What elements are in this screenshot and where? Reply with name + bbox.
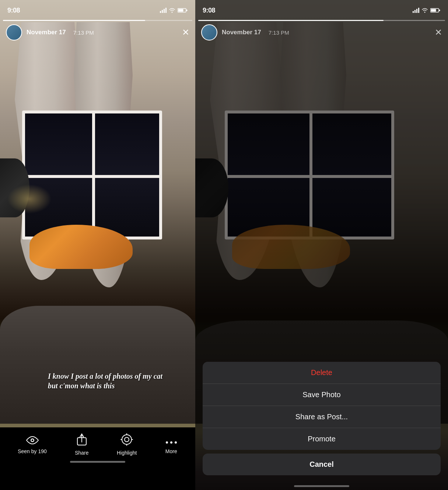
svg-point-13: [125, 437, 129, 442]
right-panel: 9:08 November 17 7:13 PM ✕: [195, 0, 448, 490]
cancel-button[interactable]: Cancel: [203, 454, 441, 475]
avatar-right[interactable]: [201, 24, 217, 41]
story-date-right: November 17: [222, 29, 261, 36]
svg-point-12: [122, 435, 132, 444]
story-date-left: November 17: [27, 29, 66, 36]
battery-icon-right: [430, 8, 441, 13]
svg-rect-1: [162, 10, 163, 13]
signal-icon-left: [160, 8, 167, 13]
action-sheet: Delete Save Photo Share as Post... Promo…: [203, 362, 441, 475]
signal-icon-right: [413, 8, 419, 13]
home-indicator-right: [294, 485, 349, 487]
share-icon: [77, 433, 87, 448]
svg-rect-23: [431, 9, 436, 12]
status-icons-left: [160, 8, 188, 13]
highlight-label: Highlight: [117, 450, 137, 456]
promote-button[interactable]: Promote: [203, 428, 441, 450]
status-bar-right: 9:08: [195, 0, 448, 21]
status-icons-right: [413, 8, 441, 13]
svg-rect-6: [178, 9, 183, 12]
lamp-glow-left: [7, 184, 52, 214]
svg-rect-20: [418, 8, 419, 13]
battery-icon-left: [178, 8, 188, 13]
seen-by-label: Seen by 190: [18, 448, 47, 454]
more-item[interactable]: More: [165, 435, 178, 454]
bed-left: [0, 306, 195, 424]
svg-rect-0: [160, 11, 161, 13]
time-right: 9:08: [203, 7, 215, 14]
story-caption: I know I post a lot of photos of my cat …: [48, 371, 173, 391]
delete-button[interactable]: Delete: [203, 362, 441, 384]
svg-point-14: [166, 441, 168, 444]
share-label: Share: [75, 450, 88, 456]
action-sheet-main: Delete Save Photo Share as Post... Promo…: [203, 362, 441, 450]
svg-rect-19: [416, 9, 417, 13]
close-button-left[interactable]: ✕: [182, 27, 189, 38]
story-time-left: 7:13 PM: [73, 29, 94, 36]
seen-by-icon: [26, 435, 39, 446]
highlight-icon: [120, 433, 133, 448]
story-header-left: November 17 7:13 PM ✕: [0, 21, 195, 44]
highlight-item[interactable]: Highlight: [117, 433, 137, 456]
more-icon: [165, 435, 178, 446]
svg-rect-3: [165, 8, 167, 13]
svg-point-15: [170, 441, 172, 444]
avatar-left[interactable]: [6, 24, 22, 41]
window-frame-left: [22, 111, 162, 239]
wifi-icon-right: [421, 8, 428, 13]
home-indicator-left: [70, 461, 125, 463]
svg-rect-24: [439, 10, 440, 11]
svg-point-4: [172, 12, 173, 13]
svg-rect-18: [414, 10, 416, 13]
svg-rect-2: [164, 9, 165, 13]
svg-rect-17: [413, 11, 414, 13]
share-item[interactable]: Share: [75, 433, 88, 456]
story-time-right: 7:13 PM: [269, 29, 289, 36]
time-left: 9:08: [7, 7, 20, 14]
seen-by-item[interactable]: Seen by 190: [18, 435, 47, 454]
svg-point-16: [175, 441, 177, 444]
share-as-post-button[interactable]: Share as Post...: [203, 406, 441, 428]
left-panel: I know I post a lot of photos of my cat …: [0, 0, 195, 490]
bottom-actions: Seen by 190 Share: [0, 433, 195, 456]
svg-rect-7: [186, 10, 188, 11]
status-bar-left: 9:08: [0, 0, 195, 21]
svg-point-21: [424, 12, 426, 13]
story-header-right: November 17 7:13 PM ✕: [195, 21, 448, 44]
bottom-bar-left: Seen by 190 Share: [0, 427, 195, 490]
save-photo-button[interactable]: Save Photo: [203, 384, 441, 406]
wifi-icon-left: [169, 8, 175, 13]
more-label: More: [165, 448, 177, 454]
close-button-right[interactable]: ✕: [435, 27, 442, 38]
svg-point-9: [31, 439, 33, 441]
